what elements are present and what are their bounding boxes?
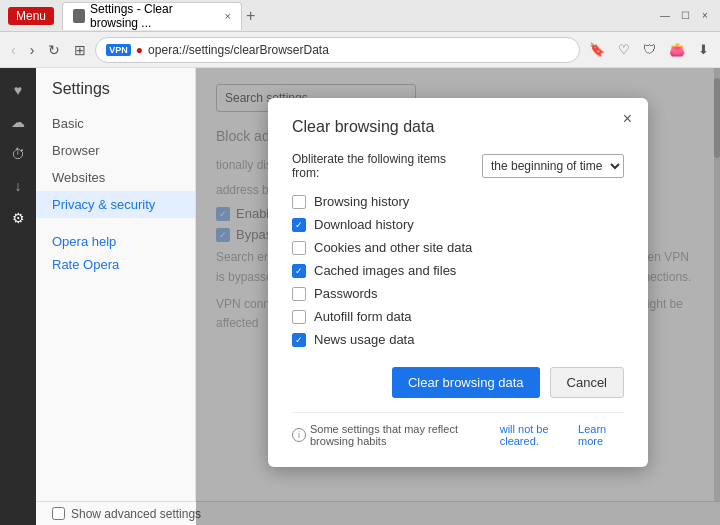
sidebar-icon-heart[interactable]: ♥ — [4, 76, 32, 104]
maximize-icon[interactable]: ☐ — [678, 9, 692, 23]
checkbox-row-news[interactable]: News usage data — [292, 332, 624, 347]
navigation-bar: ‹ › ↻ ⊞ VPN ● opera://settings/clearBrow… — [0, 32, 720, 68]
cookies-checkbox[interactable] — [292, 241, 306, 255]
back-button[interactable]: ‹ — [6, 38, 21, 62]
main-layout: ♥ ☁ ⏱ ↓ ⚙ Settings Basic Browser Website… — [0, 68, 720, 525]
opera-help-link[interactable]: Opera help — [36, 230, 195, 253]
new-tab-button[interactable]: + — [246, 7, 255, 25]
bookmark-icon[interactable]: 🔖 — [584, 39, 610, 60]
sidebar-icon-history[interactable]: ⏱ — [4, 140, 32, 168]
modal-footer: i Some settings that may reflect browsin… — [292, 412, 624, 447]
address-text: opera://settings/clearBrowserData — [148, 43, 329, 57]
shield-icon[interactable]: 🛡 — [638, 39, 661, 60]
cookies-label: Cookies and other site data — [314, 240, 472, 255]
download-icon[interactable]: ⬇ — [693, 39, 714, 60]
cached-label: Cached images and files — [314, 263, 456, 278]
tab-bar: Settings - Clear browsing ... × + — [62, 2, 658, 30]
info-icon: i — [292, 428, 306, 442]
checkbox-row-autofill[interactable]: Autofill form data — [292, 309, 624, 324]
settings-title: Settings — [36, 80, 195, 110]
obliterate-row: Obliterate the following items from: the… — [292, 152, 624, 180]
nav-tools: 🔖 ♡ 🛡 👛 ⬇ — [584, 39, 714, 60]
autofill-label: Autofill form data — [314, 309, 412, 324]
close-icon[interactable]: × — [698, 9, 712, 23]
active-tab[interactable]: Settings - Clear browsing ... × — [62, 2, 242, 30]
wallet-icon[interactable]: 👛 — [664, 39, 690, 60]
sidebar-icon-download[interactable]: ↓ — [4, 172, 32, 200]
checkbox-row-passwords[interactable]: Passwords — [292, 286, 624, 301]
checkbox-row-browsing[interactable]: Browsing history — [292, 194, 624, 209]
sidebar-icon-cloud[interactable]: ☁ — [4, 108, 32, 136]
clear-browsing-modal: Clear browsing data × Obliterate the fol… — [268, 98, 648, 467]
download-history-checkbox[interactable] — [292, 218, 306, 232]
show-advanced-checkbox[interactable] — [52, 507, 65, 520]
download-history-label: Download history — [314, 217, 414, 232]
checkbox-row-cookies[interactable]: Cookies and other site data — [292, 240, 624, 255]
content-area: Block ads tionally disable these service… — [196, 68, 720, 525]
window-controls: — ☐ × — [658, 9, 712, 23]
nav-item-websites[interactable]: Websites — [36, 164, 195, 191]
footer-text: Some settings that may reflect browsing … — [310, 423, 496, 447]
browsing-history-label: Browsing history — [314, 194, 409, 209]
modal-title: Clear browsing data — [292, 118, 624, 136]
show-advanced-label: Show advanced settings — [71, 507, 201, 521]
address-bar[interactable]: VPN ● opera://settings/clearBrowserData — [95, 37, 580, 63]
tab-close-button[interactable]: × — [225, 10, 231, 22]
time-range-select[interactable]: the beginning of time the last hour the … — [482, 154, 624, 178]
modal-close-button[interactable]: × — [623, 110, 632, 128]
settings-panel: Settings Basic Browser Websites Privacy … — [36, 68, 196, 525]
checkbox-list: Browsing history Download history Cookie… — [292, 194, 624, 347]
clear-browsing-button[interactable]: Clear browsing data — [392, 367, 540, 398]
nav-item-browser[interactable]: Browser — [36, 137, 195, 164]
forward-button[interactable]: › — [25, 38, 40, 62]
rate-opera-link[interactable]: Rate Opera — [36, 253, 195, 276]
nav-item-basic[interactable]: Basic — [36, 110, 195, 137]
minimize-icon[interactable]: — — [658, 9, 672, 23]
extensions-button[interactable]: ⊞ — [69, 38, 91, 62]
news-usage-checkbox[interactable] — [292, 333, 306, 347]
sidebar-icon-settings[interactable]: ⚙ — [4, 204, 32, 232]
modal-actions: Clear browsing data Cancel — [292, 367, 624, 398]
nav-item-privacy[interactable]: Privacy & security — [36, 191, 195, 218]
vpn-badge: VPN — [106, 44, 131, 56]
wishlist-icon[interactable]: ♡ — [613, 39, 635, 60]
cancel-button[interactable]: Cancel — [550, 367, 624, 398]
menu-button[interactable]: Menu — [8, 7, 54, 25]
titlebar: Menu Settings - Clear browsing ... × + —… — [0, 0, 720, 32]
news-usage-label: News usage data — [314, 332, 414, 347]
passwords-checkbox[interactable] — [292, 287, 306, 301]
obliterate-label: Obliterate the following items from: — [292, 152, 474, 180]
checkbox-row-cached[interactable]: Cached images and files — [292, 263, 624, 278]
tab-title: Settings - Clear browsing ... — [90, 2, 216, 30]
modal-overlay: Clear browsing data × Obliterate the fol… — [196, 68, 720, 525]
tab-favicon — [73, 9, 85, 23]
checkbox-row-download[interactable]: Download history — [292, 217, 624, 232]
learn-more-link[interactable]: Learn more — [578, 423, 624, 447]
browsing-history-checkbox[interactable] — [292, 195, 306, 209]
opera-icon: ● — [136, 43, 143, 57]
reload-button[interactable]: ↻ — [43, 38, 65, 62]
autofill-checkbox[interactable] — [292, 310, 306, 324]
cached-checkbox[interactable] — [292, 264, 306, 278]
sidebar: ♥ ☁ ⏱ ↓ ⚙ — [0, 68, 36, 525]
will-not-be-cleared-link[interactable]: will not be cleared. — [500, 423, 574, 447]
passwords-label: Passwords — [314, 286, 378, 301]
